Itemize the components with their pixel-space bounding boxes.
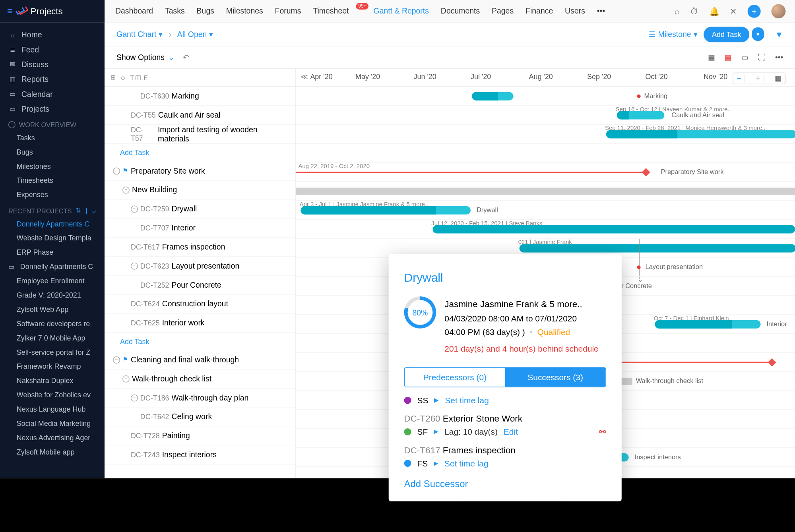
sidebar-item-discuss[interactable]: ✉Discuss: [0, 57, 105, 72]
task-row[interactable]: DC-T624 Construction layout: [105, 295, 295, 314]
more-icon[interactable]: •••: [775, 53, 783, 62]
nav-[interactable]: •••: [597, 6, 605, 15]
task-row[interactable]: − DC-T259 Drywall: [105, 199, 295, 219]
project-15[interactable]: Nexus Advertising Ager: [0, 431, 105, 445]
lag-action[interactable]: Set time lag: [445, 396, 489, 405]
sidebar-item-milestones[interactable]: Milestones: [0, 159, 105, 174]
breadcrumb-gantt[interactable]: Gantt Chart ▾: [116, 30, 163, 39]
add-task-button[interactable]: Add Task: [704, 27, 749, 42]
project-8[interactable]: Zylker 7.0 Mobile App: [0, 331, 105, 345]
add-task-link[interactable]: Add Task: [105, 144, 295, 162]
project-7[interactable]: Software developers re: [0, 317, 105, 331]
expand-icon[interactable]: −: [113, 356, 120, 363]
task-row[interactable]: − ⚑ Cleaning and final walk-through: [105, 350, 295, 369]
filter-icon[interactable]: ▼: [775, 29, 783, 39]
task-row[interactable]: − ⚑ Preparatory Site work: [105, 162, 295, 181]
nav-milestones[interactable]: Milestones: [226, 6, 263, 15]
nav-documents[interactable]: Documents: [441, 6, 480, 15]
timer-icon[interactable]: ⏱: [690, 6, 698, 16]
project-12[interactable]: Website for Zoholics ev: [0, 388, 105, 402]
task-row[interactable]: DC-T617 Frames inspection: [105, 238, 295, 257]
project-14[interactable]: Social Media Marketing: [0, 416, 105, 431]
project-0[interactable]: Donnelly Apartments C: [0, 217, 105, 231]
sidebar-item-home[interactable]: ⌂Home: [0, 27, 105, 42]
milestone-selector[interactable]: ☰ Milestone ▾: [649, 30, 698, 39]
sidebar-item-projects[interactable]: ▭Projects: [0, 102, 105, 116]
task-row[interactable]: − Walk-through check list: [105, 369, 295, 389]
sidebar-item-reports[interactable]: ▥Reports: [0, 72, 105, 87]
project-16[interactable]: Zylsoft Mobile app: [0, 445, 105, 459]
expand-icon[interactable]: −: [113, 167, 120, 174]
lag-action[interactable]: Edit: [504, 427, 518, 437]
nav-finance[interactable]: Finance: [525, 6, 553, 15]
search-projects-icon[interactable]: ⌕: [92, 207, 96, 214]
project-1[interactable]: Website Design Templa: [0, 231, 105, 246]
tab-predecessors[interactable]: Predecessors (0): [405, 368, 505, 387]
settings-icon[interactable]: ⇅: [76, 207, 81, 214]
task-row[interactable]: DC-T57 Import and testing of wooden mate…: [105, 125, 295, 144]
project-5[interactable]: Grade V: 2020-2021: [0, 288, 105, 302]
task-row[interactable]: DC-T707 Interior: [105, 219, 295, 238]
task-row[interactable]: DC-T630 Marking: [105, 87, 295, 106]
sidebar-item-bugs[interactable]: Bugs: [0, 145, 105, 159]
task-row[interactable]: − DC-T623 Layout presentation: [105, 257, 295, 276]
project-10[interactable]: Framework Revamp: [0, 359, 105, 373]
sidebar-item-feed[interactable]: ≣Feed: [0, 42, 105, 57]
nav-bugs[interactable]: Bugs: [197, 6, 214, 15]
bar-import[interactable]: [606, 130, 795, 138]
task-row[interactable]: DC-T625 Interior work: [105, 313, 295, 333]
bar-marking[interactable]: [472, 92, 514, 101]
breadcrumb-filter[interactable]: All Open ▾: [177, 30, 213, 39]
expand-icon[interactable]: −: [131, 262, 138, 269]
menu-icon[interactable]: ≡: [7, 6, 13, 16]
show-options-toggle[interactable]: Show Options ⌄: [116, 53, 175, 62]
nav-tasks[interactable]: Tasks: [165, 6, 185, 15]
expand-icon[interactable]: −: [131, 394, 138, 401]
nav-timesheet[interactable]: Timesheet99+: [313, 6, 361, 15]
project-3[interactable]: ▭Donnelly Apartments C: [0, 259, 105, 274]
nav-pages[interactable]: Pages: [492, 6, 514, 15]
sidebar-item-timesheets[interactable]: Timesheets: [0, 174, 105, 188]
project-4[interactable]: Employee Enrollment: [0, 274, 105, 288]
group-bar-newbuilding[interactable]: [296, 188, 795, 195]
project-6[interactable]: Zylsoft Web App: [0, 302, 105, 317]
tools-icon[interactable]: ✕: [730, 6, 737, 16]
task-row[interactable]: DC-T642 Celing work: [105, 408, 295, 427]
task-row[interactable]: DC-T243 Inspect interiors: [105, 445, 295, 464]
add-task-link[interactable]: Add Task: [105, 333, 295, 350]
sort-icon[interactable]: ◇: [120, 74, 125, 81]
add-button[interactable]: +: [748, 4, 761, 17]
task-row[interactable]: DC-T55 Caulk and Air seal: [105, 106, 295, 125]
project-9[interactable]: Self-service portal for Z: [0, 345, 105, 360]
tab-successors[interactable]: Successors (3): [505, 368, 606, 387]
nav-dashboard[interactable]: Dashboard: [115, 6, 153, 15]
project-2[interactable]: ERP Phase: [0, 245, 105, 259]
bar-interior[interactable]: [432, 225, 795, 234]
search-icon[interactable]: ⌕: [675, 6, 679, 16]
expand-icon[interactable]: −: [131, 205, 138, 213]
calendar-icon[interactable]: ▭: [741, 53, 748, 62]
sidebar-item-tasks[interactable]: Tasks: [0, 131, 105, 145]
fullscreen-icon[interactable]: ⛶: [758, 53, 766, 62]
task-row[interactable]: DC-T252 Pour Concrete: [105, 276, 295, 295]
zoom-out-button[interactable]: −: [733, 74, 745, 83]
add-successor-link[interactable]: Add Successor: [404, 479, 606, 489]
nav-ganttreports[interactable]: Gantt & Reports: [374, 6, 429, 15]
task-row[interactable]: − New Building: [105, 180, 295, 199]
user-avatar[interactable]: [772, 4, 786, 18]
lag-action[interactable]: Set time lag: [444, 458, 489, 468]
undo-icon[interactable]: ↶: [183, 53, 189, 62]
nav-forums[interactable]: Forums: [275, 6, 301, 15]
task-row[interactable]: DC-T728 Painting: [105, 426, 295, 445]
work-overview-header[interactable]: − WORK OVERVIEW: [0, 116, 105, 131]
bar-caulk[interactable]: [617, 111, 665, 120]
milestone-line-prep[interactable]: [296, 172, 646, 173]
scroll-left-icon[interactable]: ≪: [301, 72, 308, 81]
critical-path-icon[interactable]: ▤: [725, 53, 732, 62]
bell-icon[interactable]: 🔔: [709, 6, 719, 16]
bar-intwork[interactable]: [655, 320, 760, 329]
zoom-fit-button[interactable]: ▦: [772, 74, 785, 83]
chain-icon[interactable]: ⚯: [599, 427, 606, 437]
hierarchy-icon[interactable]: ⊞: [111, 74, 116, 81]
project-11[interactable]: Nakshatra Duplex: [0, 373, 105, 388]
